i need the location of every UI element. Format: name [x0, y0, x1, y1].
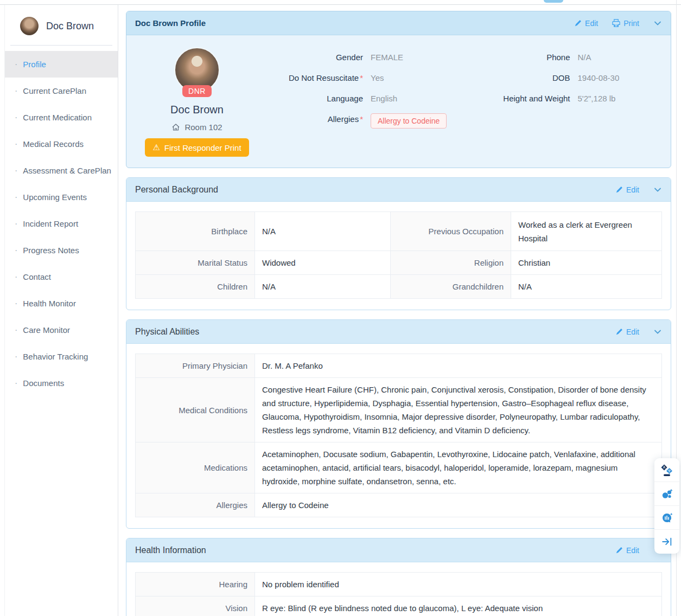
- sidebar-item-upcoming-events[interactable]: ·Upcoming Events: [5, 184, 118, 210]
- cell-value: Allergy to Codeine: [255, 493, 662, 517]
- bullet-icon: ·: [15, 354, 17, 360]
- edit-label: Edit: [626, 328, 639, 336]
- cell-label: Religion: [391, 251, 511, 275]
- section-title: Physical Abilities: [135, 327, 199, 337]
- profile-fields-right: Phone N/A DOB 1940-08-30 Height and Weig…: [464, 52, 666, 157]
- warning-icon: ⚠: [152, 143, 160, 152]
- bullet-icon: ·: [15, 142, 17, 147]
- field-value: 5'2",128 lb: [578, 93, 616, 105]
- physical-abilities-header: Physical Abilities Edit: [126, 320, 671, 344]
- edit-button[interactable]: Edit: [574, 19, 598, 28]
- sidebar-item-progress-notes[interactable]: ·Progress Notes: [5, 237, 118, 264]
- sidebar-nav: ·Profile ·Current CarePlan ·Current Medi…: [5, 46, 118, 396]
- field-value: Yes: [371, 72, 384, 84]
- collapse-chevron-icon[interactable]: [653, 328, 662, 336]
- sidebar-item-label: Care Monitor: [23, 325, 70, 335]
- sidebar-item-incident-report[interactable]: ·Incident Report: [5, 210, 118, 237]
- health-information-header: Health Information Edit: [126, 538, 671, 562]
- table-row: Primary Physician Dr. M. A Pefanko: [136, 354, 662, 378]
- field-value: English: [371, 93, 397, 105]
- sidebar-user: Doc Brown: [10, 5, 112, 46]
- page-title: Doc Brown Profile: [135, 18, 206, 28]
- sidebar-item-label: Medical Records: [23, 139, 84, 149]
- sidebar-item-current-medication[interactable]: ·Current Medication: [5, 104, 118, 131]
- personal-background-card: Personal Background Edit Birthplace N/A …: [126, 177, 671, 310]
- table-row: Children N/A Grandchildren N/A: [136, 275, 662, 299]
- sidebar-item-assessment-careplan[interactable]: ·Assessment & CarePlan: [5, 157, 118, 184]
- svg-text:A: A: [663, 465, 666, 469]
- bullet-icon: ·: [15, 274, 17, 280]
- sidebar-item-profile[interactable]: ·Profile: [5, 51, 118, 78]
- main-content: Doc Brown Profile Edit Print DNR Doc: [126, 11, 671, 616]
- sidebar: Doc Brown ·Profile ·Current CarePlan ·Cu…: [4, 5, 118, 616]
- first-responder-print-button[interactable]: ⚠ First Responder Print: [145, 138, 249, 157]
- bullet-icon: ·: [15, 328, 17, 333]
- sidebar-item-current-careplan[interactable]: ·Current CarePlan: [5, 78, 118, 104]
- sidebar-item-medical-records[interactable]: ·Medical Records: [5, 131, 118, 157]
- field-height-weight: Height and Weight 5'2",128 lb: [464, 93, 666, 105]
- physical-abilities-card: Physical Abilities Edit Primary Physicia…: [126, 319, 671, 529]
- edit-button[interactable]: Edit: [615, 328, 639, 336]
- sidebar-item-health-monitor[interactable]: ·Health Monitor: [5, 290, 118, 317]
- cell-value: Widowed: [255, 251, 391, 275]
- ai-bubbles-button[interactable]: [654, 482, 679, 506]
- sidebar-item-label: Profile: [23, 60, 46, 69]
- user-name: Doc Brown: [46, 21, 94, 32]
- field-dob: DOB 1940-08-30: [464, 72, 666, 84]
- room-label: Room 102: [184, 123, 222, 132]
- field-value: N/A: [578, 52, 591, 63]
- field-label: DOB: [464, 72, 578, 84]
- allergy-tag: Allergy to Codeine: [371, 113, 447, 129]
- sidebar-item-documents[interactable]: ·Documents: [5, 370, 118, 396]
- sidebar-item-label: Progress Notes: [23, 246, 79, 255]
- sidebar-item-contact[interactable]: ·Contact: [5, 264, 118, 290]
- sidebar-item-care-monitor[interactable]: ·Care Monitor: [5, 317, 118, 343]
- sidebar-item-label: Current Medication: [23, 113, 92, 122]
- required-mark: *: [360, 114, 363, 124]
- bullet-icon: ·: [15, 301, 17, 306]
- section-title: Health Information: [135, 546, 206, 555]
- chat-insights-button[interactable]: [654, 506, 679, 530]
- table-row: Birthplace N/A Previous Occupation Worke…: [136, 212, 662, 251]
- field-gender: Gender FEMALE: [262, 52, 464, 63]
- translate-extension-button[interactable]: A 文: [654, 458, 679, 482]
- cell-value: Acetaminophen, Docusate sodium, Gabapent…: [255, 442, 662, 493]
- sidebar-item-label: Current CarePlan: [23, 86, 86, 95]
- bullet-icon: ·: [15, 221, 17, 227]
- table-row: Medical Conditions Congestive Heart Fail…: [136, 378, 662, 442]
- bullet-icon: ·: [15, 168, 17, 174]
- cell-value: No problem identified: [255, 573, 662, 596]
- edit-button[interactable]: Edit: [615, 546, 639, 555]
- cell-label: Marital Status: [136, 251, 255, 275]
- collapse-panel-button[interactable]: [654, 530, 679, 554]
- sidebar-item-label: Assessment & CarePlan: [23, 166, 111, 175]
- cell-label: Medications: [136, 442, 255, 493]
- print-button[interactable]: Print: [612, 19, 639, 28]
- bullet-icon: ·: [15, 195, 17, 200]
- table-row: Vision R eye: Blind (R eye blindness not…: [136, 596, 662, 616]
- cell-value: Christian: [511, 251, 662, 275]
- collapse-chevron-icon[interactable]: [653, 19, 662, 28]
- floating-tool-panel: A 文: [654, 458, 679, 554]
- cell-label: Vision: [136, 596, 255, 616]
- first-responder-print-label: First Responder Print: [164, 143, 241, 152]
- sidebar-item-label: Behavior Tracking: [23, 352, 88, 361]
- print-label: Print: [623, 19, 639, 28]
- cell-value: Congestive Heart Failure (CHF), Chronic …: [255, 378, 662, 442]
- collapse-chevron-icon[interactable]: [653, 185, 662, 194]
- cell-value: N/A: [255, 275, 391, 299]
- pencil-icon: [615, 186, 623, 194]
- bullet-icon: ·: [15, 88, 17, 94]
- field-label: Do Not Resuscitate: [289, 73, 359, 82]
- avatar: [20, 17, 39, 35]
- field-label: Phone: [464, 52, 578, 63]
- profile-card-header: Doc Brown Profile Edit Print: [126, 11, 671, 35]
- health-information-card: Health Information Edit Hearing No probl…: [126, 538, 671, 616]
- field-value: 1940-08-30: [578, 72, 620, 84]
- field-label: Allergies: [328, 114, 359, 124]
- cell-label: Children: [136, 275, 255, 299]
- home-icon: [171, 123, 180, 132]
- physical-abilities-table: Primary Physician Dr. M. A Pefanko Medic…: [135, 354, 662, 517]
- sidebar-item-behavior-tracking[interactable]: ·Behavior Tracking: [5, 343, 118, 370]
- edit-button[interactable]: Edit: [615, 185, 639, 194]
